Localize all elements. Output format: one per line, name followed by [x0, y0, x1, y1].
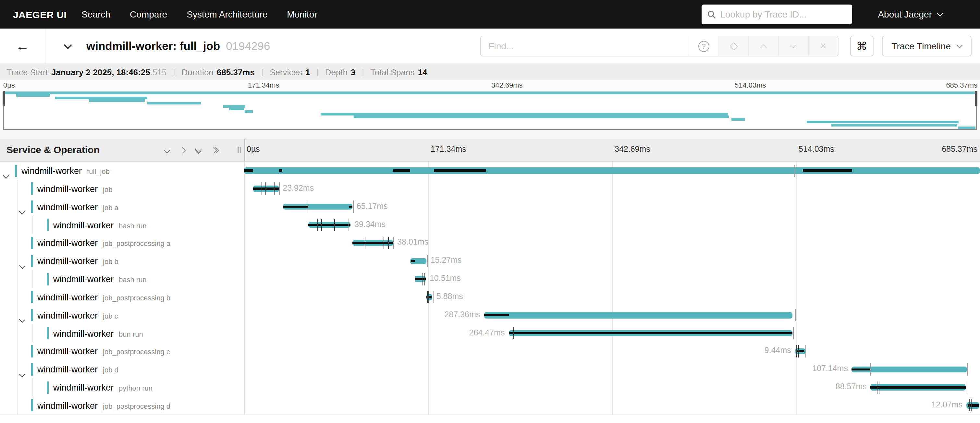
span-name-cell[interactable]: windmill-workerjob_postprocessing a	[0, 234, 244, 252]
span-timeline-cell[interactable]: 9.44ms	[244, 342, 980, 360]
find-input[interactable]	[480, 37, 688, 56]
indent-guide	[17, 396, 17, 415]
column-resize-grip[interactable]	[237, 147, 241, 153]
next-match-button[interactable]	[778, 37, 808, 56]
span-timeline-cell[interactable]: 10.51ms	[244, 270, 980, 288]
service-name: windmill-worker	[53, 220, 114, 230]
log-tick	[274, 183, 275, 195]
expand-all-button[interactable]	[212, 148, 218, 152]
nav-item-monitor[interactable]: Monitor	[287, 9, 317, 19]
span-name-cell[interactable]: windmill-workerjob_postprocessing c	[0, 342, 244, 360]
nav-item-search[interactable]: Search	[81, 9, 110, 19]
span-row[interactable]: windmill-workerbash run39.34ms	[0, 216, 980, 234]
minimap-span-bar	[229, 107, 244, 110]
collapse-all-button[interactable]	[196, 147, 200, 153]
span-name-cell[interactable]: windmill-workerjob_postprocessing b	[0, 288, 244, 306]
find-help-button[interactable]: ?	[688, 37, 718, 56]
log-tick	[796, 345, 797, 358]
service-color-bar	[31, 309, 33, 321]
collapse-one-button[interactable]	[165, 148, 169, 152]
chevron-down-icon	[790, 42, 797, 48]
minimap-right-scrubber[interactable]	[975, 91, 977, 107]
span-expander[interactable]	[20, 367, 24, 378]
divider: |	[173, 67, 175, 76]
expand-one-button[interactable]	[180, 148, 185, 152]
trace-header-collapse-toggle[interactable]	[65, 45, 71, 48]
span-name-cell[interactable]: windmill-workerjob_postprocessing d	[0, 396, 244, 415]
keyboard-shortcuts-button[interactable]: ⌘	[850, 36, 873, 56]
span-row[interactable]: windmill-workerpython run88.57ms	[0, 378, 980, 396]
span-row[interactable]: windmill-workerjob23.92ms	[0, 180, 980, 198]
span-timeline-cell[interactable]: 39.34ms	[244, 216, 980, 234]
span-expander[interactable]	[20, 258, 24, 270]
span-expander[interactable]	[20, 204, 24, 216]
span-expander[interactable]	[4, 168, 8, 180]
app-logo[interactable]: JAEGER UI	[13, 9, 67, 20]
span-timeline-cell[interactable]: 287.36ms	[244, 306, 980, 324]
log-tick	[971, 399, 972, 412]
span-name-cell[interactable]: windmill-workerbun run	[0, 324, 244, 342]
depth-label: Depth	[325, 67, 348, 77]
span-name-cell[interactable]: windmill-workerjob c	[0, 306, 244, 324]
span-name-cell[interactable]: windmill-workerjob d	[0, 360, 244, 378]
span-row[interactable]: windmill-workerbun run264.47ms	[0, 324, 980, 342]
span-timeline-cell[interactable]: 5.88ms	[244, 288, 980, 306]
log-tick	[266, 183, 266, 195]
span-row[interactable]: windmill-workerjob d107.14ms	[0, 360, 980, 378]
operation-name: bun run	[119, 330, 143, 338]
span-timeline-cell[interactable]: 65.17ms	[244, 197, 980, 216]
minimap-left-scrubber[interactable]	[3, 91, 5, 107]
service-operation-header: Service & Operation	[6, 144, 100, 155]
span-timeline-cell[interactable]: 12.07ms	[244, 396, 980, 415]
span-timeline-cell[interactable]: 107.14ms	[244, 360, 980, 378]
span-row[interactable]: windmill-workerjob c287.36ms	[0, 306, 980, 324]
focus-matches-button[interactable]	[718, 37, 748, 56]
span-name-cell[interactable]: windmill-workerjob	[0, 180, 244, 198]
span-timeline-cell[interactable]	[244, 162, 980, 180]
span-name-cell[interactable]: windmill-workerjob a	[0, 197, 244, 216]
nav-item-compare[interactable]: Compare	[130, 9, 167, 19]
span-row[interactable]: windmill-workerjob_postprocessing b5.88m…	[0, 288, 980, 306]
span-row[interactable]: windmill-workerjob b15.27ms	[0, 252, 980, 270]
span-timeline-cell[interactable]: 264.47ms	[244, 324, 980, 342]
section-gap	[0, 130, 980, 139]
span-row[interactable]: windmill-workerjob a65.17ms	[0, 197, 980, 216]
service-name: windmill-worker	[37, 401, 98, 411]
span-timeline-cell[interactable]: 23.92ms	[244, 180, 980, 198]
span-name-cell[interactable]: windmill-workerbash run	[0, 270, 244, 288]
trace-minimap[interactable]	[3, 91, 977, 130]
span-name-cell[interactable]: windmill-workerpython run	[0, 378, 244, 396]
service-name: windmill-worker	[53, 329, 114, 338]
span-row[interactable]: windmill-workerjob_postprocessing c9.44m…	[0, 342, 980, 360]
trace-toolbar: ? × ⌘ Trace Timeline	[480, 36, 972, 56]
about-jaeger-menu[interactable]: About Jaeger	[878, 9, 942, 19]
chevron-down-icon	[19, 371, 25, 377]
span-name: windmill-workerbash run	[53, 216, 147, 234]
span-expander[interactable]	[20, 313, 24, 324]
span-timeline-cell[interactable]: 15.27ms	[244, 252, 980, 270]
span-duration-bar[interactable]	[484, 312, 792, 318]
span-name: windmill-workerjob d	[37, 360, 118, 378]
operation-name: job a	[103, 204, 118, 211]
back-button[interactable]: ←	[0, 29, 45, 64]
span-duration-bar[interactable]	[244, 168, 980, 174]
span-row[interactable]: windmill-workerjob_postprocessing a38.01…	[0, 234, 980, 252]
span-row[interactable]: windmill-workerfull_job	[0, 162, 980, 180]
indent-guide	[32, 378, 33, 396]
view-selector-dropdown[interactable]: Trace Timeline	[882, 36, 972, 56]
trace-lookup-box[interactable]	[701, 5, 852, 24]
span-row[interactable]: windmill-workerbash run10.51ms	[0, 270, 980, 288]
nav-item-system-architecture[interactable]: System Architecture	[186, 9, 267, 19]
span-timeline-cell[interactable]: 88.57ms	[244, 378, 980, 396]
prev-match-button[interactable]	[748, 37, 778, 56]
span-name-cell[interactable]: windmill-workerjob b	[0, 252, 244, 270]
critical-path-segment	[871, 386, 966, 389]
span-name-cell[interactable]: windmill-workerbash run	[0, 216, 244, 234]
span-name-cell[interactable]: windmill-workerfull_job	[0, 162, 244, 180]
span-timeline-cell[interactable]: 38.01ms	[244, 234, 980, 252]
clear-find-button[interactable]: ×	[808, 37, 838, 56]
indent-guide	[32, 270, 33, 288]
span-row[interactable]: windmill-workerjob_postprocessing d12.07…	[0, 396, 980, 415]
trace-lookup-input[interactable]	[720, 9, 846, 19]
minimap-span-bar	[353, 116, 729, 118]
